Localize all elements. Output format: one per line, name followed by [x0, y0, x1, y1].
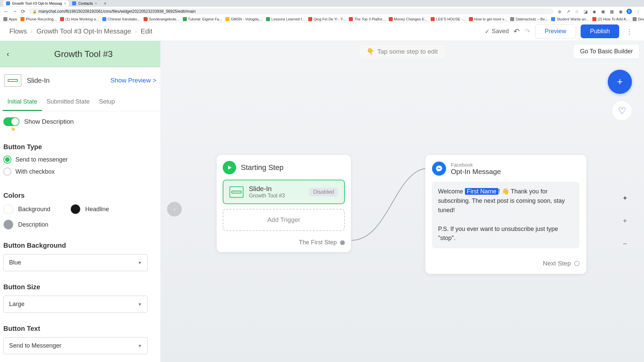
browser-tab[interactable]: Contacts ×	[69, 0, 100, 6]
url-text: manychat.com/fb198150208192061/cms/files…	[39, 9, 196, 14]
bookmark-item[interactable]: LEE'S HOUSE ·...	[431, 17, 466, 21]
radio-send-messenger[interactable]	[3, 156, 11, 164]
output-port[interactable]	[340, 240, 345, 245]
button-type-heading: Button Type	[3, 143, 157, 151]
bookmark-item[interactable]: GMSN - Vologda,...	[225, 17, 263, 21]
collapse-arrow-button[interactable]: ‹	[167, 202, 182, 217]
tab-submitted-state[interactable]: Submitted State	[42, 94, 94, 111]
browser-tab-active[interactable]: Growth Tool #3 Opt-In Messag ×	[3, 0, 69, 6]
close-icon[interactable]: ×	[64, 1, 66, 5]
apps-button[interactable]: Apps	[3, 17, 17, 21]
add-trigger-button[interactable]: Add Trigger	[223, 209, 345, 231]
button-text-select[interactable]: Send to Messenger ▼	[3, 337, 148, 354]
radio-with-checkbox[interactable]	[3, 168, 11, 176]
background-color-swatch[interactable]	[3, 204, 13, 214]
radio-label: Send to messenger	[15, 156, 68, 163]
bookmark-item[interactable]: (2) How To Add A...	[592, 17, 629, 21]
output-port[interactable]	[574, 261, 580, 266]
tab-title: Contacts	[78, 1, 93, 5]
bookmark-item[interactable]: Money Changes E...	[389, 17, 428, 21]
headline-color-swatch[interactable]	[70, 204, 80, 214]
favorite-button[interactable]: ♡	[612, 101, 632, 121]
lock-icon: 🔒	[33, 10, 37, 13]
bookmark-item[interactable]: Phone Recycling...	[20, 17, 57, 21]
show-preview-link[interactable]: Show Preview >	[110, 77, 156, 84]
bookmark-item[interactable]: Qing Fei De Yi - Y...	[308, 17, 346, 21]
back-button[interactable]: ←	[3, 8, 9, 14]
nav-bar: ← → ⟳ 🔒 manychat.com/fb198150208192061/c…	[0, 7, 644, 16]
slide-in-icon	[4, 74, 21, 87]
show-description-toggle[interactable]	[3, 117, 19, 126]
button-size-select[interactable]: Large ▼	[3, 296, 148, 313]
publish-button[interactable]: Publish	[581, 24, 619, 38]
menu-icon[interactable]: ⋮	[635, 9, 641, 14]
tab-setup[interactable]: Setup	[94, 94, 119, 111]
bookmark-item[interactable]: Tutorial: Eigene Fa...	[183, 17, 222, 21]
tab-title: Growth Tool #3 Opt-In Messag	[12, 1, 62, 5]
favicon-icon	[6, 1, 10, 5]
node-title: Opt-In Message	[451, 168, 501, 176]
magic-tool-button[interactable]: ✦	[619, 192, 631, 204]
chevron-right-icon: ›	[31, 29, 33, 34]
extension-icon[interactable]: ▣	[600, 9, 606, 14]
zoom-out-button[interactable]: −	[619, 237, 631, 250]
point-down-icon: 👇	[367, 48, 375, 55]
widget-row: Slide-In Show Preview >	[0, 67, 160, 94]
connector-line	[348, 155, 435, 249]
bookmark-item[interactable]: Datenschutz – Be...	[510, 17, 548, 21]
bookmark-item[interactable]: The Top 3 Platfor...	[349, 17, 385, 21]
add-step-button[interactable]: +	[608, 70, 632, 94]
bookmark-item[interactable]: Student Wants an...	[551, 17, 589, 21]
starting-step-node[interactable]: Starting Step Slide-In Growth Tool #3 Di…	[217, 155, 351, 252]
preview-button[interactable]: Preview	[535, 24, 576, 39]
zoom-icon[interactable]: ⊕	[557, 9, 562, 14]
new-tab-button[interactable]: +	[100, 1, 110, 6]
button-background-select[interactable]: Blue ▼	[3, 254, 148, 271]
trigger-box[interactable]: Slide-In Growth Tool #3 Disabled	[223, 180, 345, 204]
optin-message-node[interactable]: Facebook Opt-In Message Welcome First Na…	[425, 155, 586, 274]
extension-icon[interactable]: ◪	[583, 9, 588, 14]
reload-button[interactable]: ⟳	[21, 8, 25, 15]
cursor-icon: 👆	[11, 127, 157, 131]
bookmark-item[interactable]: How to get more v...	[469, 17, 507, 21]
description-color-swatch[interactable]	[3, 220, 13, 230]
bookmark-item[interactable]: Download - Cooki...	[633, 17, 644, 21]
url-bar[interactable]: 🔒 manychat.com/fb198150208192061/cms/fil…	[29, 8, 553, 14]
flow-canvas[interactable]: 👇 Tap some step to edit Go To Basic Buil…	[160, 41, 644, 362]
breadcrumb-flows[interactable]: Flows	[9, 27, 27, 35]
state-tabs: Initial State Submitted State Setup	[0, 94, 160, 111]
forward-button[interactable]: →	[12, 8, 17, 14]
panel-header: ‹ Growth Tool #3	[0, 41, 160, 67]
extension-icon[interactable]: ◉	[618, 9, 623, 14]
breadcrumb-flow-name[interactable]: Growth Tool #3 Opt-In Message	[37, 27, 131, 35]
tab-bar: Growth Tool #3 Opt-In Messag × Contacts …	[0, 0, 644, 7]
canvas-hint: 👇 Tap some step to edit	[360, 45, 445, 58]
profile-avatar[interactable]: B	[627, 9, 632, 14]
button-background-heading: Button Background	[3, 242, 157, 249]
favicon-icon	[72, 1, 76, 5]
close-icon[interactable]: ×	[95, 1, 97, 5]
zoom-in-button[interactable]: +	[619, 215, 631, 227]
chevron-right-icon: ›	[135, 29, 137, 34]
bookmark-item[interactable]: Lessons Learned f...	[266, 17, 305, 21]
more-menu-button[interactable]: ⋮	[624, 25, 635, 38]
go-to-basic-builder-button[interactable]: Go To Basic Builder	[574, 44, 639, 59]
undo-button[interactable]: ↶	[514, 27, 520, 36]
share-icon[interactable]: ↗	[566, 9, 571, 14]
redo-button[interactable]: ↷	[524, 27, 530, 36]
back-button[interactable]: ‹	[7, 50, 9, 59]
extension-icon[interactable]: ◆	[592, 9, 597, 14]
sidebar: ‹ Growth Tool #3 Slide-In Show Preview >…	[0, 41, 160, 362]
breadcrumb-edit: Edit	[141, 27, 152, 35]
extension-icon[interactable]: ▦	[609, 9, 614, 14]
messenger-icon	[432, 162, 446, 176]
message-bubble[interactable]: Welcome First Name! 👋 Thank you for subs…	[432, 182, 580, 248]
star-icon[interactable]: ☆	[574, 9, 580, 14]
bookmark-item[interactable]: (1) How Working a...	[60, 17, 99, 21]
bookmark-item[interactable]: Sonderangebote...	[144, 17, 179, 21]
next-step-connector[interactable]: Next Step	[432, 260, 580, 267]
first-step-connector[interactable]: The First Step	[223, 239, 345, 246]
bookmark-item[interactable]: Chinese translatio...	[102, 17, 140, 21]
tab-initial-state[interactable]: Initial State	[3, 94, 42, 111]
bookmarks-bar: Apps Phone Recycling... (1) How Working …	[0, 16, 644, 22]
